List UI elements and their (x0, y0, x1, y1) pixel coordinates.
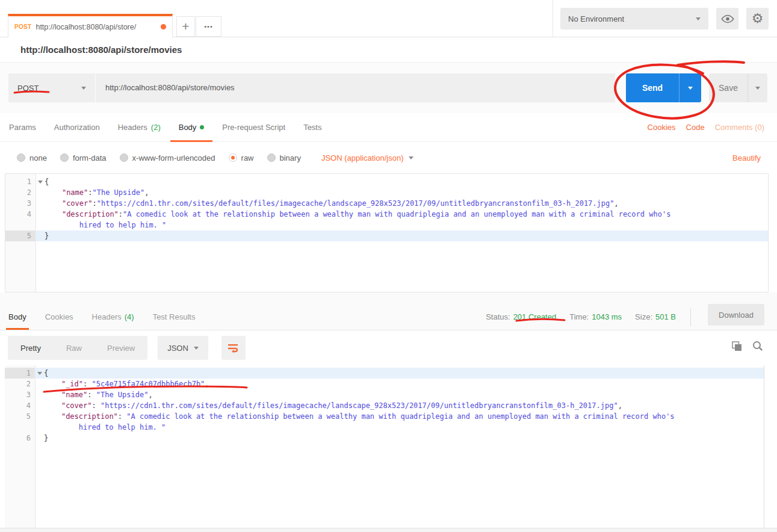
radio-icon (60, 153, 69, 162)
request-tab[interactable]: POST http://localhost:8080/api/store/ (8, 14, 173, 37)
code-text: } (36, 230, 768, 241)
response-tab-headers[interactable]: Headers(4) (92, 304, 134, 330)
tab-url-label: http://localhost:8080/api/store/ (36, 23, 156, 31)
tab-params[interactable]: Params (9, 113, 36, 142)
radio-icon (267, 153, 276, 162)
request-body-editor[interactable]: 1{2 "name":"The Upside",3 "cover":"https… (5, 173, 769, 292)
comments-link[interactable]: Comments (0) (715, 123, 764, 132)
tab-headers[interactable]: Headers(2) (118, 113, 161, 142)
code-text: "cover":"https://cdn1.thr.com/sites/defa… (36, 198, 768, 209)
radio-icon (17, 153, 25, 162)
response-tab-cookies[interactable]: Cookies (45, 304, 73, 330)
code-line[interactable]: 3 "cover":"https://cdn1.thr.com/sites/de… (5, 198, 768, 209)
content-type-selector[interactable]: JSON (application/json) (321, 153, 414, 162)
code-text: "description": "A comedic look at the re… (35, 411, 764, 422)
code-text: "description":"A comedic look at the rel… (36, 209, 768, 220)
copy-icon (732, 341, 742, 351)
radio-icon (120, 153, 128, 162)
code-line[interactable]: 1{ (5, 368, 764, 379)
fold-caret-icon[interactable] (37, 372, 42, 375)
url-input[interactable]: http://localhost:8080/api/store/movies (96, 73, 615, 102)
headers-count: (2) (151, 123, 161, 132)
code-line[interactable]: 5} (5, 230, 768, 241)
body-type-binary[interactable]: binary (267, 153, 301, 162)
code-text: hired to help him. " (36, 220, 768, 230)
save-button[interactable]: Save (709, 73, 767, 102)
environment-quick-look-button[interactable] (716, 8, 738, 29)
line-number: 4 (5, 400, 35, 411)
chevron-down-icon (409, 156, 413, 159)
view-raw[interactable]: Raw (54, 344, 94, 353)
beautify-link[interactable]: Beautify (732, 153, 761, 162)
code-line[interactable]: 3 "name": "The Upside", (5, 389, 764, 400)
request-title-row: http://localhost:8080/api/store/movies (0, 37, 777, 63)
chevron-down-icon (755, 87, 760, 90)
time-value: 1043 ms (592, 312, 622, 321)
code-line[interactable]: 4 "description":"A comedic look at the r… (5, 209, 768, 220)
more-tabs-button[interactable]: ••• (196, 16, 221, 37)
fold-caret-icon[interactable] (38, 181, 43, 184)
save-label: Save (709, 73, 748, 102)
body-type-none[interactable]: none (17, 153, 47, 162)
time-label: Time: (569, 312, 589, 321)
code-line[interactable]: hired to help him. " (5, 220, 768, 230)
response-header-band: Body Cookies Headers(4) Test Results Sta… (0, 292, 777, 330)
response-tab-test-results[interactable]: Test Results (153, 304, 196, 330)
save-options-caret[interactable] (748, 73, 767, 102)
body-type-x-www-form-urlencoded[interactable]: x-www-form-urlencoded (120, 153, 215, 162)
unsaved-changes-dot-icon (161, 24, 166, 29)
tab-tests[interactable]: Tests (303, 113, 321, 142)
code-line[interactable]: hired to help him. " (5, 422, 764, 433)
code-line[interactable]: 4 "cover": "https://cdn1.thr.com/sites/d… (5, 400, 764, 411)
radio-selected-icon (229, 153, 237, 162)
response-tabs: Body Cookies Headers(4) Test Results (8, 304, 214, 330)
method-selector[interactable]: POST (8, 73, 95, 102)
size-label: Size: (635, 312, 652, 321)
tab-authorization[interactable]: Authorization (54, 113, 100, 142)
code-line[interactable]: 5 "description": "A comedic look at the … (5, 411, 764, 422)
code-text: } (35, 433, 764, 444)
request-tabs-row: Params Authorization Headers(2) Body Pre… (0, 113, 777, 142)
tab-body[interactable]: Body (179, 113, 205, 142)
send-options-caret[interactable] (679, 73, 701, 102)
status-value: 201 Created (513, 312, 557, 321)
code-line[interactable]: 1{ (5, 176, 768, 187)
download-button[interactable]: Download (708, 304, 764, 326)
chevron-down-icon (81, 87, 86, 90)
line-number (5, 220, 36, 230)
code-text: "name": "The Upside", (35, 389, 764, 400)
view-preview[interactable]: Preview (94, 344, 147, 353)
line-number: 3 (5, 389, 35, 400)
code-line[interactable]: 6} (5, 433, 764, 444)
body-type-form-data[interactable]: form-data (60, 153, 107, 162)
code-link[interactable]: Code (686, 123, 705, 132)
new-tab-button[interactable]: + (176, 16, 195, 37)
wrap-lines-button[interactable] (221, 336, 246, 360)
line-number: 1 (5, 368, 35, 379)
line-number (5, 422, 35, 433)
line-number: 2 (5, 187, 36, 198)
tab-pre-request-script[interactable]: Pre-request Script (222, 113, 285, 142)
code-line[interactable]: 2 "name":"The Upside", (5, 187, 768, 198)
eye-icon (721, 14, 734, 23)
line-number: 2 (5, 379, 35, 389)
settings-button[interactable]: ⚙ (746, 8, 769, 29)
search-button[interactable] (752, 341, 763, 351)
copy-button[interactable] (732, 341, 742, 351)
view-pretty[interactable]: Pretty (8, 344, 54, 353)
request-url-title: http://localhost:8080/api/store/movies (20, 45, 182, 55)
tab-method-badge: POST (14, 23, 31, 30)
response-body-editor[interactable]: 1{2 "_id": "5c4e715fa74c07dbbb6ecb7b",3 … (5, 365, 764, 528)
code-line[interactable]: 2 "_id": "5c4e715fa74c07dbbb6ecb7b", (5, 379, 764, 389)
code-text: "cover": "https://cdn1.thr.com/sites/def… (35, 400, 764, 411)
body-type-row: none form-data x-www-form-urlencoded raw… (0, 142, 777, 173)
cookies-link[interactable]: Cookies (648, 123, 676, 132)
body-type-raw[interactable]: raw (229, 153, 254, 162)
response-format-selector[interactable]: JSON (158, 336, 208, 360)
method-value: POST (17, 84, 39, 93)
line-number: 1 (5, 176, 36, 187)
code-text: { (35, 368, 764, 379)
environment-selector[interactable]: No Environment (560, 8, 708, 29)
response-tab-body[interactable]: Body (8, 304, 26, 330)
send-button[interactable]: Send (626, 73, 701, 102)
